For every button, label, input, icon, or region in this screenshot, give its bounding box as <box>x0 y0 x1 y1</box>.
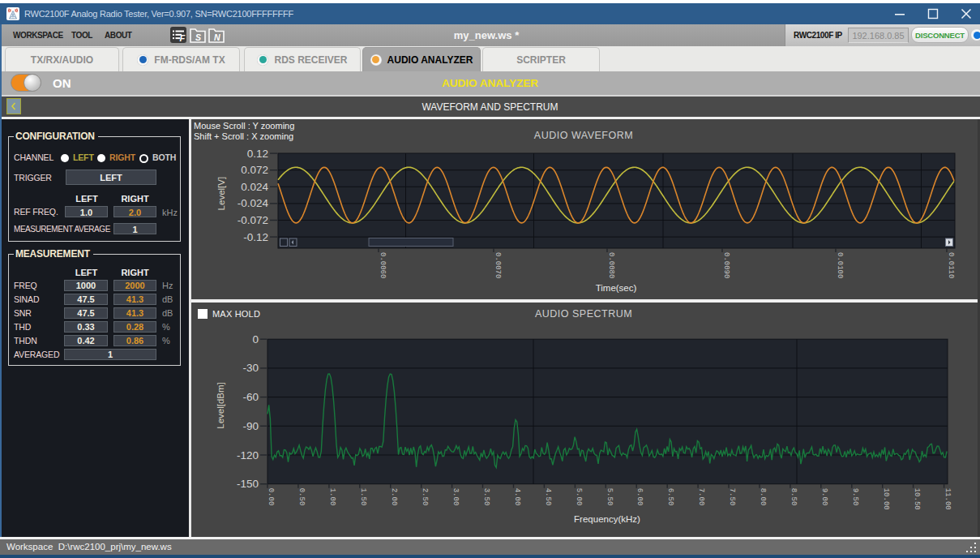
svg-text:2.00: 2.00 <box>390 488 398 506</box>
svg-text:-30: -30 <box>242 362 259 374</box>
svg-text:9.50: 9.50 <box>851 488 859 506</box>
svg-text:0.0070: 0.0070 <box>494 252 502 278</box>
svg-text:0.024: 0.024 <box>241 181 268 193</box>
svg-text:Level[V]: Level[V] <box>216 177 226 211</box>
svg-text:10.50: 10.50 <box>913 488 921 510</box>
svg-text:-0.024: -0.024 <box>238 197 269 209</box>
svg-text:11.00: 11.00 <box>944 488 952 510</box>
svg-text:4.50: 4.50 <box>544 488 552 506</box>
svg-text:7.50: 7.50 <box>728 488 736 506</box>
svg-text:5.50: 5.50 <box>606 488 614 506</box>
svg-text:-60: -60 <box>242 391 259 403</box>
svg-text:3.00: 3.00 <box>451 488 460 506</box>
svg-text:Frequency(kHz): Frequency(kHz) <box>574 514 640 524</box>
svg-text:0: 0 <box>252 333 259 346</box>
svg-text:1.00: 1.00 <box>328 488 336 506</box>
svg-text:Mouse Scroll : Y zooming: Mouse Scroll : Y zooming <box>194 121 294 131</box>
svg-text:0.0100: 0.0100 <box>836 252 844 278</box>
svg-text:-0.072: -0.072 <box>238 214 268 226</box>
svg-text:0.072: 0.072 <box>241 164 268 176</box>
svg-text:7.00: 7.00 <box>697 488 705 506</box>
svg-text:Level[dBm]: Level[dBm] <box>216 382 225 429</box>
svg-text:0.0110: 0.0110 <box>947 252 955 278</box>
svg-text:8.50: 8.50 <box>790 488 798 506</box>
svg-text:5.00: 5.00 <box>575 488 583 506</box>
svg-text:AUDIO SPECTRUM: AUDIO SPECTRUM <box>535 308 632 320</box>
svg-text:2.50: 2.50 <box>421 488 429 506</box>
svg-text:Shift + Scroll : X zooming: Shift + Scroll : X zooming <box>194 131 293 141</box>
svg-text:0.0080: 0.0080 <box>607 252 615 278</box>
svg-text:0.0090: 0.0090 <box>722 252 730 278</box>
svg-text:3.50: 3.50 <box>482 488 490 506</box>
svg-text:6.00: 6.00 <box>636 488 644 506</box>
svg-text:AUDIO WAVEFORM: AUDIO WAVEFORM <box>534 130 633 141</box>
svg-text:0.50: 0.50 <box>297 488 306 506</box>
svg-text:1.50: 1.50 <box>359 488 367 506</box>
svg-text:N: N <box>214 32 220 42</box>
svg-text:S: S <box>195 32 201 42</box>
svg-text:0.00: 0.00 <box>267 488 275 506</box>
svg-text:0.0060: 0.0060 <box>379 252 387 278</box>
svg-text:Time(sec): Time(sec) <box>596 283 637 293</box>
svg-text:0.12: 0.12 <box>247 148 268 160</box>
svg-text:8.00: 8.00 <box>759 488 767 506</box>
svg-text:F: F <box>180 33 186 43</box>
svg-text:MAX HOLD: MAX HOLD <box>212 309 260 319</box>
svg-text:-150: -150 <box>237 478 259 490</box>
svg-text:9.00: 9.00 <box>820 488 828 506</box>
svg-text:-90: -90 <box>242 420 259 432</box>
svg-text:6.50: 6.50 <box>666 488 674 506</box>
svg-text:10.00: 10.00 <box>882 488 890 510</box>
svg-text:4.00: 4.00 <box>513 488 521 506</box>
svg-text:-0.12: -0.12 <box>243 231 268 243</box>
svg-text:-120: -120 <box>237 449 259 461</box>
